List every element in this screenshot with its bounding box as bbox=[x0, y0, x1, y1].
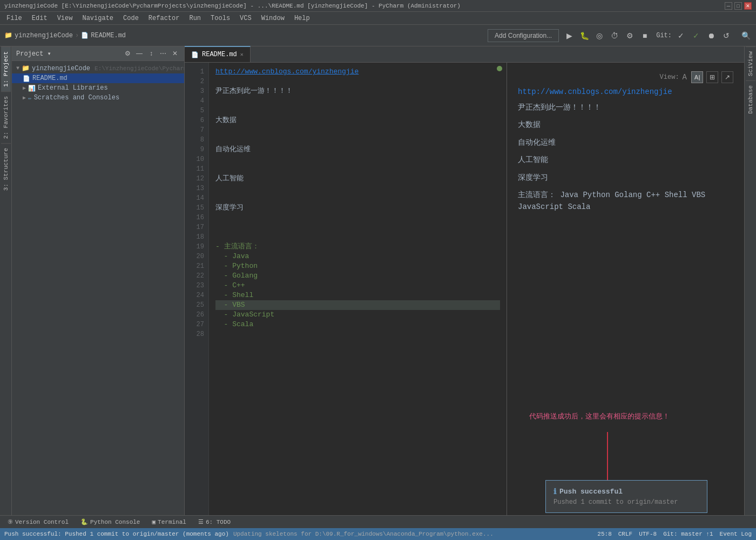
stop-button[interactable]: ■ bbox=[639, 30, 651, 42]
code-editor[interactable]: http://www.cnblogs.com/yinzhengjie 尹正杰到此… bbox=[209, 63, 507, 515]
annotation-text: 代码推送成功后，这里会有相应的提示信息！ bbox=[529, 411, 670, 421]
project-tab[interactable]: 1: Project bbox=[1, 46, 11, 91]
push-title-text: Push successful bbox=[559, 488, 623, 496]
python-console-tab[interactable]: 🐍 Python Console bbox=[75, 517, 145, 526]
tree-root[interactable]: ▼ 📁 yinzhengjieCode E:\YinzhengjieCode\P… bbox=[12, 63, 184, 73]
status-push: Push successful: Pushed 1 commit to orig… bbox=[4, 531, 229, 537]
git-undo[interactable]: ↺ bbox=[720, 30, 732, 42]
preview-line-6: 主流语言： Java Python Golang C++ Shell VBS J… bbox=[518, 189, 733, 213]
markdown-preview: View: A A| ⊞ ↗ http://www.cnblogs.com/yi… bbox=[507, 63, 744, 515]
tab-close-btn[interactable]: ✕ bbox=[240, 51, 244, 58]
project-gear-btn[interactable]: ⋯ bbox=[158, 49, 168, 58]
todo-tab[interactable]: ☰ 6: TODO bbox=[193, 517, 236, 526]
toolbar-right: ▶ 🐛 ◎ ⏱ ⚙ ■ Git: ✓ ✓ ⏺ ↺ 🔍 bbox=[563, 30, 752, 42]
close-button[interactable]: ✕ bbox=[744, 2, 752, 10]
scratches-icon: ✏ bbox=[28, 94, 32, 102]
line-numbers: 1 2 3 4 5 6 7 8 9 10 11 12 13 14 15 16 1… bbox=[185, 63, 209, 515]
readme-icon: 📄 bbox=[23, 75, 30, 82]
readme-label: README.md bbox=[32, 75, 68, 82]
menu-refactor[interactable]: Refactor bbox=[144, 14, 184, 23]
term-icon: ▣ bbox=[152, 518, 156, 525]
code-line-17 bbox=[215, 222, 500, 232]
git-checkmark2[interactable]: ✓ bbox=[690, 30, 702, 42]
code-line-1: http://www.cnblogs.com/yinzhengjie bbox=[215, 67, 500, 77]
menu-window[interactable]: Window bbox=[257, 14, 289, 23]
view-split-btn[interactable]: ⊞ bbox=[706, 71, 718, 83]
preview-url[interactable]: http://www.cnblogs.com/yinzhengjie bbox=[518, 87, 672, 96]
editor-area: 📄 README.md ✕ 1 2 3 4 5 6 7 8 9 10 11 12… bbox=[185, 46, 744, 515]
tree-readme[interactable]: 📄 README.md bbox=[12, 73, 184, 83]
code-line-4 bbox=[215, 96, 500, 106]
todo-icon: ☰ bbox=[198, 518, 204, 525]
menu-run[interactable]: Run bbox=[185, 14, 205, 23]
tree-ext-libs[interactable]: ▶ 📊 External Libraries bbox=[12, 83, 184, 93]
menu-file[interactable]: File bbox=[2, 14, 26, 23]
nav-sep: › bbox=[75, 32, 79, 39]
code-line-23: - C++ bbox=[215, 281, 500, 291]
menu-tools[interactable]: Tools bbox=[206, 14, 234, 23]
menu-edit[interactable]: Edit bbox=[28, 14, 52, 23]
version-control-tab[interactable]: ⑨ Version Control bbox=[2, 517, 74, 526]
preview-line-5: 深度学习 bbox=[518, 172, 733, 184]
root-label: yinzhengjieCode bbox=[32, 65, 90, 72]
file-icon-toolbar: 📄 bbox=[81, 32, 89, 39]
profile-button[interactable]: ⏱ bbox=[609, 30, 620, 42]
settings-button[interactable]: ⚙ bbox=[624, 30, 636, 42]
menu-help[interactable]: Help bbox=[290, 14, 314, 23]
code-line-3: 尹正杰到此一游！！！！ bbox=[215, 86, 500, 96]
menu-navigate[interactable]: Navigate bbox=[78, 14, 118, 23]
view-rendered-btn[interactable]: A| bbox=[691, 71, 703, 83]
title-bar: yinzhengjieCode [E:\YinzhengjieCode\Pych… bbox=[0, 0, 756, 12]
vc-icon: ⑨ bbox=[8, 518, 13, 525]
menu-view[interactable]: View bbox=[53, 14, 77, 23]
preview-line-4: 人工智能 bbox=[518, 154, 733, 166]
tab-readme[interactable]: 📄 README.md ✕ bbox=[185, 46, 251, 62]
right-sidebar-tabs: SciView Database bbox=[744, 46, 756, 515]
code-line-6: 大数据 bbox=[215, 116, 500, 125]
git-checkmark1[interactable]: ✓ bbox=[675, 30, 687, 42]
code-line-19: - 主流语言： bbox=[215, 242, 500, 252]
code-line-10 bbox=[215, 154, 500, 164]
code-line-15: 深度学习 bbox=[215, 203, 500, 213]
code-line-21: - Python bbox=[215, 261, 500, 271]
title-text: yinzhengjieCode [E:\YinzhengjieCode\Pych… bbox=[4, 3, 461, 9]
term-label: Terminal bbox=[158, 519, 186, 525]
minimize-button[interactable]: ─ bbox=[725, 2, 732, 10]
sciview-tab[interactable]: SciView bbox=[746, 46, 755, 80]
folder-icon: 📁 bbox=[4, 31, 12, 39]
status-bar: Push successful: Pushed 1 commit to orig… bbox=[0, 528, 756, 540]
menu-vcs[interactable]: VCS bbox=[235, 14, 256, 23]
debug-button[interactable]: 🐛 bbox=[578, 30, 590, 42]
py-icon: 🐍 bbox=[80, 518, 88, 525]
root-arrow: ▼ bbox=[16, 65, 19, 71]
status-event-log[interactable]: Event Log bbox=[720, 531, 752, 537]
terminal-tab[interactable]: ▣ Terminal bbox=[146, 517, 191, 526]
main-layout: 1: Project 2: Favorites 3: Structure Pro… bbox=[0, 46, 756, 515]
push-body: Pushed 1 commit to origin/master bbox=[554, 498, 699, 506]
run-button[interactable]: ▶ bbox=[563, 30, 575, 42]
search-icon-btn[interactable]: 🔍 bbox=[740, 30, 752, 42]
project-settings-btn[interactable]: ⚙ bbox=[123, 49, 132, 58]
view-html-btn[interactable]: ↗ bbox=[721, 71, 733, 83]
ext-libs-icon: 📊 bbox=[28, 85, 36, 92]
code-line-14 bbox=[215, 193, 500, 203]
menu-code[interactable]: Code bbox=[119, 14, 143, 23]
preview-toolbar: View: A A| ⊞ ↗ bbox=[518, 71, 733, 83]
project-expand-btn[interactable]: ↕ bbox=[146, 49, 156, 58]
git-history[interactable]: ⏺ bbox=[705, 30, 717, 42]
maximize-button[interactable]: □ bbox=[734, 2, 742, 10]
structure-tab[interactable]: 3: Structure bbox=[1, 143, 11, 195]
status-encoding: UTF-8 bbox=[639, 531, 657, 537]
project-collapse-btn[interactable]: — bbox=[134, 49, 144, 58]
status-line-ending: CRLF bbox=[618, 531, 632, 537]
add-configuration-button[interactable]: Add Configuration... bbox=[488, 29, 559, 42]
menu-bar: File Edit View Navigate Code Refactor Ru… bbox=[0, 12, 756, 25]
coverage-button[interactable]: ◎ bbox=[593, 30, 605, 42]
favorites-tab-vert[interactable]: 2: Favorites bbox=[1, 91, 11, 143]
status-position: 25:8 bbox=[597, 531, 611, 537]
tree-scratches[interactable]: ▶ ✏ Scratches and Consoles bbox=[12, 93, 184, 103]
database-tab[interactable]: Database bbox=[746, 80, 755, 118]
tab-icon: 📄 bbox=[191, 51, 199, 58]
project-close-btn[interactable]: ✕ bbox=[170, 49, 180, 58]
code-line-25: - VBS bbox=[215, 300, 500, 310]
